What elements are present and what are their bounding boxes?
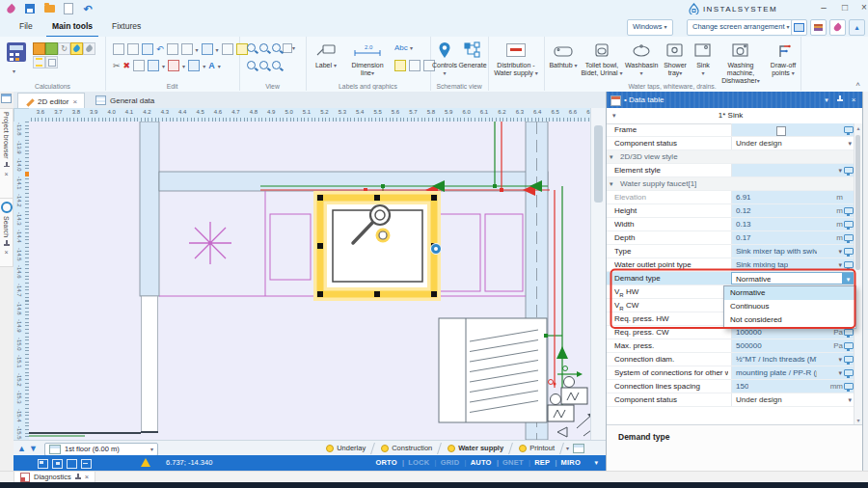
close-icon[interactable]: ×: [4, 172, 8, 177]
new-file-button[interactable]: [62, 3, 75, 15]
measure-icon[interactable]: [168, 60, 179, 71]
section-water-supply-faucet[interactable]: ▾Water supply faucet[1]: [607, 177, 855, 191]
demand-type-combo[interactable]: Normative ▾: [731, 272, 855, 285]
paste-icon[interactable]: [127, 43, 139, 55]
zoom-percent-icon[interactable]: [283, 43, 292, 53]
floor-down-button[interactable]: ▼: [28, 443, 39, 454]
shower-tray-button[interactable]: Shower tray▾: [660, 39, 691, 77]
washing-machine-dishwasher-button[interactable]: Washing machine, Dishwasher▾: [716, 39, 766, 85]
controls-button[interactable]: Controls▾: [430, 39, 459, 77]
dropdown-item-normative[interactable]: Normative: [724, 286, 855, 300]
status-icon-1[interactable]: [38, 459, 48, 469]
results-bars-icon[interactable]: [33, 56, 45, 68]
calc-results-icon[interactable]: [33, 42, 45, 55]
copy-results-icon[interactable]: [45, 56, 58, 68]
property-value[interactable]: 0.12m: [731, 204, 855, 217]
layers-icon[interactable]: [148, 60, 159, 71]
zoom-all-icon[interactable]: [272, 61, 281, 69]
pin-icon[interactable]: [4, 240, 10, 247]
align-icon[interactable]: [222, 43, 233, 55]
draw-off-points-button[interactable]: Draw-off points ▾: [768, 39, 799, 77]
note-icon[interactable]: [394, 60, 406, 71]
save-button[interactable]: [23, 3, 37, 15]
tab-printout[interactable]: Printout: [511, 441, 562, 455]
section-2d3d-view-style[interactable]: ▾2D/3D view style: [607, 150, 855, 164]
floor-selector[interactable]: 1st floor (6.00 m) ▾: [44, 443, 158, 456]
generate-button[interactable]: Generate: [457, 39, 488, 69]
panel-dropdown-icon[interactable]: ▾: [820, 92, 833, 108]
property-value[interactable]: Sink mixing tap▾: [731, 258, 855, 271]
circle-tool-icon[interactable]: [188, 60, 200, 71]
change-screen-arrangement-dropdown[interactable]: Change screen arrangement ▾: [687, 19, 796, 36]
property-value[interactable]: Under design▾: [731, 393, 855, 406]
floor-up-button[interactable]: ▲: [16, 443, 27, 454]
washbasin-button[interactable]: Washbasin ▾: [625, 39, 658, 77]
close-icon[interactable]: ×: [85, 473, 89, 481]
pin-icon[interactable]: [75, 474, 81, 480]
eraser-icon[interactable]: [133, 60, 145, 71]
dock-grid-icon[interactable]: [1, 94, 12, 103]
property-value[interactable]: [731, 123, 855, 136]
screen-layout-button[interactable]: [791, 19, 807, 36]
bathtub-button[interactable]: Bathtub ▾: [548, 39, 579, 69]
ribbon-collapse-icon[interactable]: ˄: [855, 80, 860, 89]
selected-sink[interactable]: [317, 195, 442, 297]
zoom-out-icon[interactable]: [259, 43, 268, 52]
frame-checkbox[interactable]: [776, 126, 786, 136]
tab-2d-editor[interactable]: 2D editor ×: [17, 93, 85, 109]
property-value[interactable]: ½"MT / Inch threads (MT)▾: [731, 353, 855, 366]
calculator-icon[interactable]: [6, 41, 27, 63]
maximize-button[interactable]: □: [837, 1, 853, 14]
property-value[interactable]: Under design▾: [731, 137, 855, 149]
toggle-orto[interactable]: ORTO: [375, 458, 404, 467]
undo-icon[interactable]: ↶: [156, 44, 164, 54]
dimension-line-button[interactable]: 2.0 Dimension line▾: [344, 39, 391, 77]
scroll-up-icon[interactable]: ▴: [854, 124, 862, 131]
property-value[interactable]: ▾: [731, 164, 855, 176]
close-icon[interactable]: ×: [4, 250, 8, 256]
cut-icon[interactable]: ✂: [113, 61, 121, 70]
toggle-grid[interactable]: GRID: [441, 458, 467, 467]
zoom-in-icon[interactable]: [247, 43, 256, 52]
app-icon[interactable]: [4, 3, 17, 15]
split-icon[interactable]: [181, 43, 193, 55]
tab-fixtures[interactable]: Fixtures: [106, 17, 147, 36]
panel-header[interactable]: • Data table ▾ ×: [607, 92, 862, 108]
property-value[interactable]: 0.13m: [731, 218, 855, 230]
tab-construction[interactable]: Construction: [373, 441, 440, 455]
property-value[interactable]: 0.17m: [731, 231, 855, 244]
open-button[interactable]: [42, 3, 56, 15]
tab-file[interactable]: File: [14, 17, 39, 36]
calculations-dropdown-arrow[interactable]: ▾: [13, 68, 15, 74]
toggle-gnet[interactable]: GNET: [502, 458, 530, 467]
warning-icon[interactable]: [141, 458, 150, 467]
pan-icon[interactable]: [247, 61, 256, 69]
sink-button[interactable]: Sink▾: [692, 39, 714, 77]
canvas-vertical-scrollbar[interactable]: [590, 108, 607, 440]
collapse-ribbon-button[interactable]: ▴: [849, 19, 865, 36]
minimize-button[interactable]: –: [816, 1, 831, 14]
toggle-miro[interactable]: MIRO: [561, 458, 581, 467]
status-icon-3[interactable]: [67, 459, 77, 469]
calc-refresh-icon[interactable]: ↻: [58, 42, 70, 55]
property-value[interactable]: 6.91m: [731, 191, 855, 203]
abc-style-button[interactable]: Abc ▾: [394, 43, 413, 52]
status-icon-2[interactable]: [52, 459, 63, 469]
close-icon[interactable]: ×: [72, 97, 77, 106]
status-dropdown[interactable]: ▾: [594, 455, 598, 471]
panel-scrollbar[interactable]: ▴ ▾: [854, 123, 862, 424]
water-supply-mode-icon[interactable]: [70, 42, 83, 55]
toggle-auto[interactable]: AUTO: [471, 458, 499, 467]
view-tabs-dropdown[interactable]: ▾: [562, 445, 573, 451]
dropdown-item-continuous[interactable]: Continuous: [724, 300, 855, 313]
distribution-water-supply-button[interactable]: Distribution - Water supply ▾: [492, 39, 540, 77]
toggle-rep[interactable]: REP: [534, 458, 556, 467]
status-icon-4[interactable]: [81, 459, 92, 469]
library-button[interactable]: [810, 19, 827, 36]
duplicate-icon[interactable]: [142, 43, 153, 55]
flip-icon[interactable]: [202, 43, 213, 55]
label-button[interactable]: Label ▾: [310, 39, 342, 69]
legend-table-icon[interactable]: [409, 60, 420, 71]
frame-icon[interactable]: [167, 43, 178, 55]
property-value[interactable]: Sink mixer tap with swivel spout / S▾: [731, 245, 855, 258]
